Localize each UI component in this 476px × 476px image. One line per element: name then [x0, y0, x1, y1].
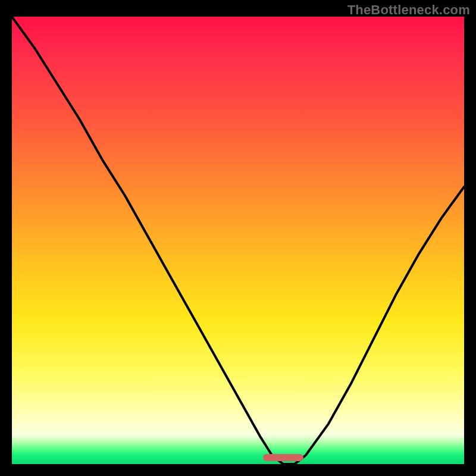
curve-path [12, 17, 464, 464]
optimal-marker [263, 454, 303, 461]
plot-area [12, 17, 464, 464]
bottleneck-curve [12, 17, 464, 464]
chart-frame: TheBottleneck.com [0, 0, 476, 476]
watermark-text: TheBottleneck.com [347, 2, 470, 18]
